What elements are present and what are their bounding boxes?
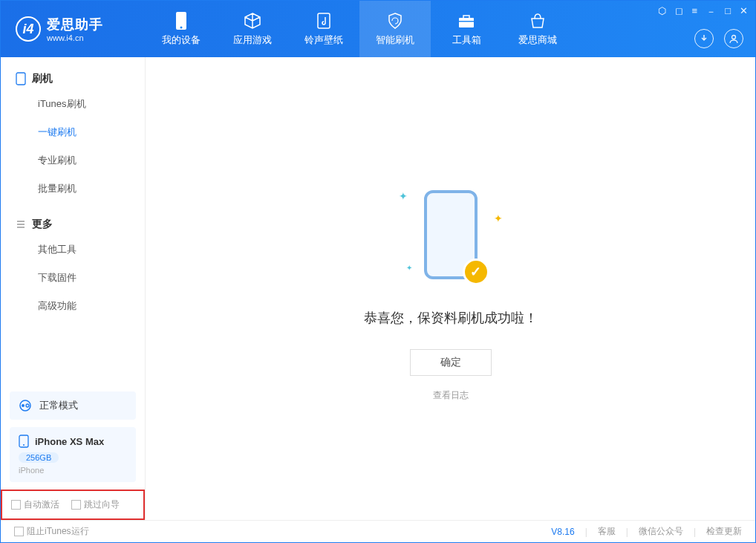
success-illustration: ✦ ✦ ✦ ✓ xyxy=(384,175,518,294)
app-subtitle: www.i4.cn xyxy=(47,33,103,42)
svg-point-5 xyxy=(732,36,736,39)
user-icon[interactable] xyxy=(724,29,743,48)
tab-label: 爱思商城 xyxy=(518,33,557,47)
sidebar: 刷机 iTunes刷机 一键刷机 专业刷机 批量刷机 更多 其他工具 下载固件 … xyxy=(1,57,146,520)
svg-rect-6 xyxy=(16,73,25,85)
main-content: ✦ ✦ ✦ ✓ 恭喜您，保资料刷机成功啦！ 确定 查看日志 xyxy=(146,57,755,520)
sidebar-item-download-firmware[interactable]: 下载固件 xyxy=(1,264,145,292)
tab-toolbox[interactable]: 工具箱 xyxy=(431,1,502,57)
version-label: V8.16 xyxy=(551,527,574,537)
tab-smart-flash[interactable]: 智能刷机 xyxy=(359,1,431,57)
wechat-link[interactable]: 微信公众号 xyxy=(639,525,683,538)
check-update-link[interactable]: 检查更新 xyxy=(706,525,742,538)
shield-refresh-icon xyxy=(385,11,405,30)
sidebar-group-more: 更多 xyxy=(1,210,145,235)
minimize-button[interactable]: － xyxy=(706,5,716,19)
maximize-button[interactable]: □ xyxy=(725,5,731,19)
menu-icon[interactable]: ≡ xyxy=(692,5,698,19)
svg-rect-2 xyxy=(318,13,330,28)
device-icon xyxy=(172,11,191,30)
customer-service-link[interactable]: 客服 xyxy=(598,525,616,538)
sidebar-item-pro-flash[interactable]: 专业刷机 xyxy=(1,146,145,175)
download-icon[interactable] xyxy=(694,29,714,48)
tab-label: 铃声壁纸 xyxy=(304,33,343,47)
tab-label: 我的设备 xyxy=(162,33,201,47)
tab-label: 应用游戏 xyxy=(233,33,272,47)
view-log-link[interactable]: 查看日志 xyxy=(433,389,469,402)
tab-label: 工具箱 xyxy=(452,33,481,47)
nav-tabs: 我的设备 应用游戏 铃声壁纸 智能刷机 工具箱 爱思商城 xyxy=(146,1,573,57)
cube-icon xyxy=(243,11,262,30)
tshirt-icon[interactable]: ⬡ xyxy=(658,5,666,19)
sidebar-item-advanced[interactable]: 高级功能 xyxy=(1,292,145,320)
sidebar-item-itunes-flash[interactable]: iTunes刷机 xyxy=(1,90,145,118)
feedback-icon[interactable]: ◻ xyxy=(675,5,683,19)
app-title: 爱思助手 xyxy=(47,16,103,33)
sidebar-item-other-tools[interactable]: 其他工具 xyxy=(1,235,145,264)
svg-point-9 xyxy=(26,404,29,407)
device-name-label: iPhone XS Max xyxy=(35,436,104,447)
statusbar: 阻止iTunes运行 V8.16 | 客服 | 微信公众号 | 检查更新 xyxy=(1,520,755,542)
tab-apps-games[interactable]: 应用游戏 xyxy=(217,1,288,57)
svg-rect-3 xyxy=(459,18,474,27)
phone-icon xyxy=(16,72,26,85)
toolbox-icon xyxy=(457,11,476,30)
list-icon xyxy=(16,219,26,230)
svg-point-1 xyxy=(180,27,183,29)
sidebar-item-batch-flash[interactable]: 批量刷机 xyxy=(1,175,145,203)
device-box[interactable]: iPhone XS Max 256GB iPhone xyxy=(10,427,136,482)
tab-label: 智能刷机 xyxy=(376,33,414,47)
tab-ringtone-wallpaper[interactable]: 铃声壁纸 xyxy=(288,1,359,57)
checkbox-block-itunes[interactable]: 阻止iTunes运行 xyxy=(14,525,89,538)
svg-rect-4 xyxy=(459,21,474,22)
store-icon xyxy=(528,11,547,30)
mode-icon xyxy=(19,399,32,412)
music-file-icon xyxy=(314,11,333,30)
tab-my-device[interactable]: 我的设备 xyxy=(146,1,217,57)
mode-label: 正常模式 xyxy=(39,399,78,412)
titlebar: i4 爱思助手 www.i4.cn 我的设备 应用游戏 铃声壁纸 智能刷机 工具… xyxy=(1,1,755,57)
checkbox-skip-guide[interactable]: 跳过向导 xyxy=(71,498,120,511)
sidebar-group-flash: 刷机 xyxy=(1,65,145,90)
capacity-badge: 256GB xyxy=(19,452,59,463)
success-message: 恭喜您，保资料刷机成功啦！ xyxy=(364,309,538,327)
tab-store[interactable]: 爱思商城 xyxy=(502,1,573,57)
svg-point-11 xyxy=(23,444,25,446)
sidebar-item-oneclick-flash[interactable]: 一键刷机 xyxy=(1,118,145,146)
close-button[interactable]: ✕ xyxy=(740,5,748,19)
highlighted-checkbox-row: 自动激活 跳过向导 xyxy=(1,490,145,520)
ok-button[interactable]: 确定 xyxy=(410,349,492,376)
svg-point-8 xyxy=(22,404,25,407)
device-type-label: iPhone xyxy=(19,466,127,475)
checkbox-auto-activate[interactable]: 自动激活 xyxy=(11,498,59,511)
mode-box[interactable]: 正常模式 xyxy=(10,391,136,420)
app-logo-icon: i4 xyxy=(16,16,41,42)
device-phone-icon xyxy=(19,435,29,448)
logo-area: i4 爱思助手 www.i4.cn xyxy=(1,16,146,42)
window-controls: ⬡ ◻ ≡ － □ ✕ xyxy=(658,5,748,19)
check-badge-icon: ✓ xyxy=(463,259,489,285)
